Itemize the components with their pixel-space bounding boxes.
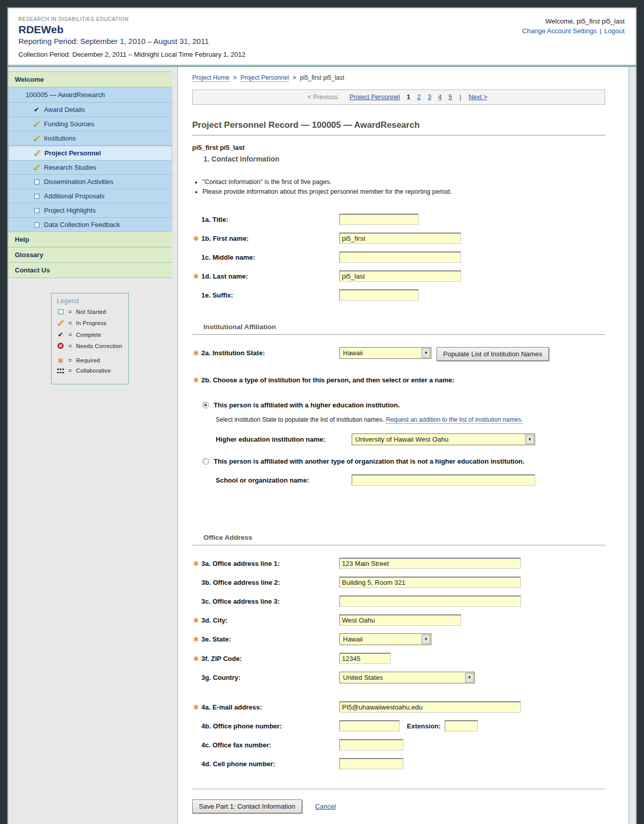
field-label: 1c. Middle name: <box>201 254 255 261</box>
form-row-institution-state: 2a. Institution State: Hawaii ▼ Populate… <box>192 347 605 361</box>
sidebar-item-award-details[interactable]: ✔ Award Details <box>8 103 172 117</box>
city-input[interactable] <box>339 614 461 626</box>
form-row-country: 3g. Country: United States ▼ <box>192 672 605 683</box>
header: RESEARCH IN DISABILITIES EDUCATION RDEWe… <box>8 8 636 64</box>
not-started-icon <box>33 194 40 199</box>
middle-name-input[interactable] <box>339 251 461 263</box>
cancel-link[interactable]: Cancel <box>315 803 336 810</box>
other-org-radio[interactable] <box>202 458 209 465</box>
save-button[interactable]: Save Part 1: Contact Information <box>192 799 302 813</box>
sidebar-item-research-studies[interactable]: Research Studies <box>8 161 172 175</box>
sidebar-item-help[interactable]: Help <box>8 232 172 247</box>
address-line-3-input[interactable] <box>339 596 521 607</box>
address-line-2-input[interactable] <box>339 577 521 588</box>
first-name-input[interactable] <box>339 233 461 244</box>
suffix-input[interactable] <box>339 289 419 301</box>
pagination-section-link[interactable]: Project Personnel <box>350 94 400 101</box>
field-label: 3e. State: <box>201 635 231 643</box>
field-label: 4b. Office phone number: <box>201 722 282 730</box>
main-content: Project Home > Project Personnel > pi5_f… <box>178 67 629 824</box>
form-actions: Save Part 1: Contact Information Cancel <box>192 789 605 813</box>
breadcrumb-project-home-link[interactable]: Project Home <box>192 74 229 82</box>
legend-item: = Required <box>57 357 124 363</box>
legend-label: In Progress <box>76 320 107 326</box>
extension-label: Extension: <box>407 722 441 730</box>
legend-item: = Needs Correction <box>57 342 124 349</box>
next-link[interactable]: Next > <box>469 94 487 101</box>
form-row-suffix: 1e. Suffix: <box>192 289 605 301</box>
sidebar-item-label: Project Highlights <box>44 207 96 214</box>
higher-ed-radio[interactable] <box>202 402 209 408</box>
legend-label: Not Started <box>76 309 106 315</box>
form-row-fax: 4c. Office fax number: <box>192 739 605 750</box>
legend-label: Required <box>76 357 100 363</box>
not-started-icon <box>33 222 40 227</box>
field-label: 3f. ZIP Code: <box>201 655 242 662</box>
in-progress-icon <box>33 134 40 142</box>
request-addition-link[interactable]: Request an addition to the list of insti… <box>386 416 523 424</box>
sidebar-item-glossary[interactable]: Glossary <box>8 247 172 263</box>
sidebar-nav: Welcome 100005 — AwardResearch ✔ Award D… <box>8 72 172 278</box>
page-5-link[interactable]: 5 <box>449 94 452 101</box>
form-row-title: 1a. Title: <box>192 214 605 225</box>
address-line-1-input[interactable] <box>339 558 521 569</box>
form-row-zip: 3f. ZIP Code: <box>192 653 605 664</box>
country-select[interactable]: United States ▼ <box>339 672 475 683</box>
field-label: 4a. E-mail address: <box>201 703 262 711</box>
part-title: 1. Contact Information <box>192 155 605 163</box>
sidebar-item-label: Project Personnel <box>44 149 101 157</box>
org-name-input[interactable] <box>352 474 535 486</box>
sidebar-item-project-highlights[interactable]: Project Highlights <box>8 203 172 218</box>
cell-phone-input[interactable] <box>339 758 403 769</box>
other-org-radio-row: This person is affiliated with another t… <box>202 457 605 465</box>
breadcrumb-current: pi5_first pi5_last <box>300 74 344 81</box>
breadcrumb-project-personnel-link[interactable]: Project Personnel <box>240 74 289 82</box>
title-input[interactable] <box>339 214 419 225</box>
equals-sign: = <box>68 332 72 338</box>
sidebar-item-additional-proposals[interactable]: Additional Proposals <box>8 189 172 203</box>
sidebar-item-project-personnel[interactable]: Project Personnel <box>8 146 172 161</box>
change-account-settings-link[interactable]: Change Account Settings <box>522 27 597 35</box>
office-phone-input[interactable] <box>339 720 400 731</box>
field-label: 1a. Title: <box>201 216 228 223</box>
field-label: 1d. Last name: <box>201 272 248 280</box>
legend-box: Legend = Not Started = In Progress ✔ = C… <box>51 293 129 384</box>
page-2-link[interactable]: 2 <box>417 94 421 101</box>
institution-state-select[interactable]: Hawaii ▼ <box>339 347 431 359</box>
reporting-period: Reporting Period: September 1, 2010 – Au… <box>18 37 245 45</box>
legend-item: = In Progress <box>57 319 124 327</box>
form-row-email: 4a. E-mail address: <box>192 701 605 713</box>
form-row-cell: 4d. Cell phone number: <box>192 758 605 769</box>
office-fax-input[interactable] <box>339 739 403 750</box>
complete-icon: ✔ <box>57 331 64 338</box>
previous-link[interactable]: < Previous <box>308 94 338 101</box>
logout-link[interactable]: Logout <box>604 27 625 35</box>
form-row-state: 3e. State: Hawaii ▼ <box>192 633 605 645</box>
field-label: 3d. City: <box>201 616 227 624</box>
field-label: 3g. Country: <box>201 674 241 681</box>
higher-ed-institution-select[interactable]: University of Hawaii West Oahu ▼ <box>352 433 535 445</box>
office-state-select[interactable]: Hawaii ▼ <box>339 633 431 645</box>
selected-value: United States <box>340 674 386 681</box>
page-4-link[interactable]: 4 <box>438 94 442 101</box>
email-input[interactable] <box>339 701 521 713</box>
field-label: 3c. Office address line 3: <box>201 598 280 605</box>
sidebar-item-data-collection-feedback[interactable]: Data Collection Feedback <box>8 218 172 232</box>
breadcrumb: Project Home > Project Personnel > pi5_f… <box>192 74 605 81</box>
last-name-input[interactable] <box>339 270 461 282</box>
extension-input[interactable] <box>445 720 478 731</box>
field-label: 1e. Suffix: <box>201 291 233 299</box>
populate-institutions-button[interactable]: Populate List of Institution Names <box>436 347 549 361</box>
higher-ed-radio-row: This person is affiliated with a higher … <box>202 401 605 409</box>
sidebar-item-institutions[interactable]: Institutions <box>8 131 172 146</box>
page-3-link[interactable]: 3 <box>428 94 431 101</box>
sidebar-item-dissemination-activities[interactable]: Dissemination Activities <box>8 175 172 189</box>
zip-code-input[interactable] <box>339 653 390 664</box>
content-area: Welcome 100005 — AwardResearch ✔ Award D… <box>8 67 636 824</box>
sidebar-item-contact-us[interactable]: Contact Us <box>8 263 172 278</box>
sidebar-item-funding-sources[interactable]: Funding Sources <box>8 117 172 131</box>
choose-institution-type-label: 2b. Choose a type of institution for thi… <box>192 376 605 384</box>
sidebar-item-label: Data Collection Feedback <box>44 221 120 228</box>
sidebar-item-award[interactable]: 100005 — AwardResearch <box>8 87 172 103</box>
sidebar-item-welcome[interactable]: Welcome <box>8 72 172 87</box>
